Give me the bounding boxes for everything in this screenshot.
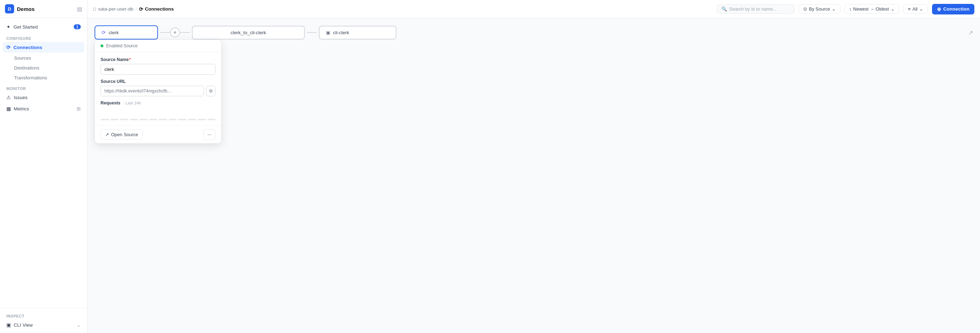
pipeline-node[interactable]: clerk_to_cli-clerk xyxy=(192,26,305,40)
sidebar-toggle-icon[interactable]: ▤ xyxy=(77,6,82,12)
issues-label: Issues xyxy=(14,95,27,100)
sidebar-item-transformations[interactable]: Transformations xyxy=(3,73,84,83)
copy-url-button[interactable]: ⧉ xyxy=(206,86,216,96)
add-connection-label: Connection xyxy=(943,6,969,12)
breadcrumb: □ xata-per-user-db / ⟳ Connections xyxy=(93,6,173,12)
connections-icon: ⟳ xyxy=(6,45,11,50)
sort-button[interactable]: ↕ Newest → Oldest ⌄ xyxy=(845,4,899,14)
topbar: □ xata-per-user-db / ⟳ Connections 🔍 Sea… xyxy=(88,0,980,18)
popup-body: Source Name* Source URL ⧉ Requests · Las… xyxy=(95,52,221,125)
add-flow-icon: + xyxy=(173,29,177,36)
status-label: Enabled Source xyxy=(106,43,138,48)
sidebar-item-metrics[interactable]: ▦ Metrics ⊞ xyxy=(3,104,84,114)
sidebar-nav: ✦ Get Started 1 Configure ⟳ Connections … xyxy=(0,18,87,308)
open-source-icon: ↗ xyxy=(105,132,109,137)
source-url-field-label: Source URL xyxy=(100,79,216,84)
requests-section: Requests · Last 24h xyxy=(100,100,216,120)
cli-icon: ▣ xyxy=(6,322,11,328)
popup-footer: ↗ Open Source ··· xyxy=(95,125,221,143)
sources-label: Sources xyxy=(14,56,31,61)
main-content: □ xata-per-user-db / ⟳ Connections 🔍 Sea… xyxy=(88,0,980,333)
more-options-button[interactable]: ··· xyxy=(204,129,216,140)
by-source-chevron: ⌄ xyxy=(832,6,836,12)
add-connection-flow-button[interactable]: + xyxy=(170,27,180,37)
source-name-input[interactable] xyxy=(100,64,216,75)
dest-node-icon: ▣ xyxy=(326,30,330,35)
source-url-input[interactable] xyxy=(100,86,204,96)
chart-bar-6 xyxy=(149,119,158,120)
get-started-icon: ✦ xyxy=(6,24,11,30)
chart-bar-8 xyxy=(169,119,177,120)
chevron-down-icon: ⌄ xyxy=(76,322,81,328)
chart-bar-1 xyxy=(100,119,109,120)
destination-node[interactable]: ▣ cli-clerk xyxy=(319,26,396,40)
breadcrumb-separator: / xyxy=(135,6,137,12)
source-name-field-label: Source Name* xyxy=(100,57,216,62)
connections-breadcrumb-icon: ⟳ xyxy=(139,6,143,12)
sort-chevron: ⌄ xyxy=(891,6,895,12)
sidebar-bottom: Inspect ▣ CLI View ⌄ xyxy=(0,308,87,333)
transformations-label: Transformations xyxy=(14,75,47,80)
sort-label: Newest → Oldest xyxy=(853,6,889,12)
open-source-button[interactable]: ↗ Open Source xyxy=(100,129,143,140)
chart-bar-9 xyxy=(178,119,187,120)
sidebar-item-destinations[interactable]: Destinations xyxy=(3,63,84,73)
page-title-icon: ⟳ Connections xyxy=(139,6,174,12)
add-connection-button[interactable]: ⊕ Connection xyxy=(932,4,974,14)
sort-icon: ↕ xyxy=(849,6,851,12)
inspect-section-label: Inspect xyxy=(3,311,84,320)
chart-bar-10 xyxy=(188,119,196,120)
get-started-badge: 1 xyxy=(74,24,81,29)
destinations-label: Destinations xyxy=(14,65,40,70)
search-placeholder: Search by id or name... xyxy=(729,6,776,12)
dest-node-label: cli-clerk xyxy=(333,30,349,35)
requests-label: Requests xyxy=(100,100,120,105)
expand-flow-icon[interactable]: ↗ xyxy=(968,30,973,36)
sidebar-item-cli-view[interactable]: ▣ CLI View ⌄ xyxy=(3,320,84,330)
chart-bar-7 xyxy=(159,119,167,120)
chart-bar-11 xyxy=(197,119,206,120)
connection-flow: ⟳ clerk + clerk_to_cli-clerk xyxy=(95,25,973,40)
canvas: ⟳ clerk + clerk_to_cli-clerk xyxy=(88,18,980,333)
filter-button[interactable]: ≡ All ⌄ xyxy=(904,4,928,14)
source-node-icon: ⟳ xyxy=(102,30,106,35)
logo-icon: D xyxy=(5,4,14,13)
search-box[interactable]: 🔍 Search by id or name... xyxy=(717,4,794,14)
by-source-button[interactable]: ⊙ By Source ⌄ xyxy=(799,4,840,14)
sidebar-item-issues[interactable]: ⚠ Issues xyxy=(3,92,84,103)
more-icon: ··· xyxy=(207,132,212,137)
project-name: xata-per-user-db xyxy=(98,6,134,12)
requests-sub-label: · Last 24h xyxy=(123,101,141,105)
by-source-icon: ⊙ xyxy=(803,6,807,12)
popup-panel: Enabled Source Source Name* Source URL ⧉ xyxy=(95,40,221,143)
chart-bar-12 xyxy=(207,119,216,120)
sidebar-item-sources[interactable]: Sources xyxy=(3,53,84,63)
metrics-expand-icon: ⊞ xyxy=(76,106,81,112)
source-node[interactable]: ⟳ clerk xyxy=(95,25,158,40)
copy-icon: ⧉ xyxy=(209,88,212,94)
chart-bar-5 xyxy=(139,119,148,120)
sidebar-item-get-started[interactable]: ✦ Get Started 1 xyxy=(3,22,84,32)
monitor-section-label: Monitor xyxy=(3,83,84,92)
cli-view-label: CLI View xyxy=(14,322,33,328)
sidebar-header: D Demos ▤ xyxy=(0,0,87,18)
configure-section-label: Configure xyxy=(3,33,84,42)
chart-bar-3 xyxy=(120,119,129,120)
chart-bar-2 xyxy=(110,119,119,120)
project-icon: □ xyxy=(93,6,96,12)
status-dot xyxy=(100,45,103,47)
metrics-label: Metrics xyxy=(14,106,29,112)
sidebar: D Demos ▤ ✦ Get Started 1 Configure ⟳ Co… xyxy=(0,0,88,333)
filter-label: All xyxy=(912,6,917,12)
required-marker: * xyxy=(129,57,131,62)
by-source-label: By Source xyxy=(809,6,830,12)
metrics-icon: ▦ xyxy=(6,106,11,112)
chart-bar-4 xyxy=(130,119,138,120)
pipeline-node-label: clerk_to_cli-clerk xyxy=(231,30,266,35)
connections-label: Connections xyxy=(13,45,42,50)
open-source-label: Open Source xyxy=(111,132,138,137)
sidebar-item-connections[interactable]: ⟳ Connections xyxy=(3,42,84,53)
search-icon: 🔍 xyxy=(721,6,727,12)
source-url-row: ⧉ xyxy=(100,86,216,96)
page-title: Connections xyxy=(145,6,174,12)
